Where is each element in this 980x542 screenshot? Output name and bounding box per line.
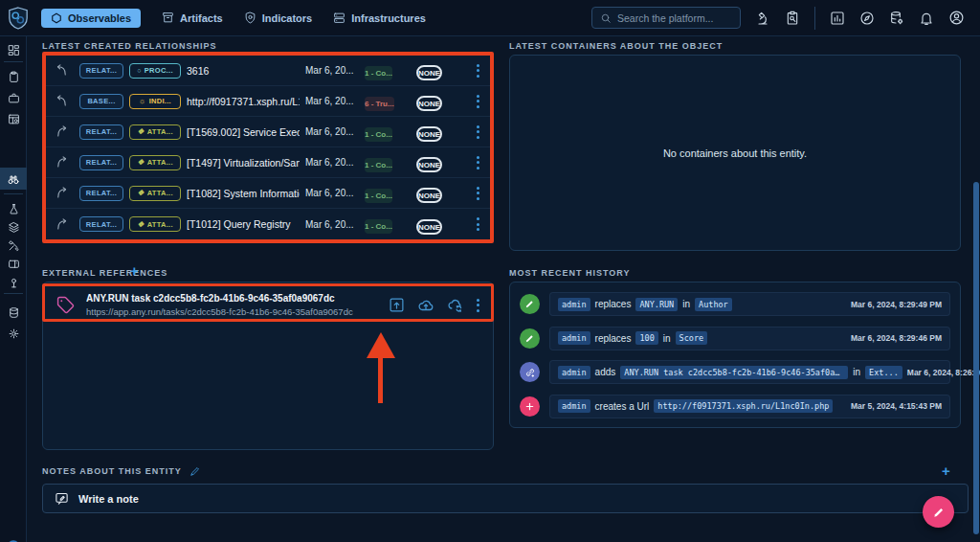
sidebar-item-events[interactable]	[0, 109, 27, 128]
external-references-card: ANY.RUN task c2dcc5b8-fc2b-41b6-9c46-35a…	[42, 282, 494, 450]
barchart-icon[interactable]	[830, 11, 845, 26]
sidebar-item-data[interactable]	[0, 303, 27, 322]
notes-header: NOTES ABOUT THIS ENTITY	[42, 465, 201, 477]
relationship-type-chip: RELAT...	[79, 63, 123, 79]
sidebar-item-techniques[interactable]	[0, 236, 27, 255]
marking-badge: NONE	[416, 65, 442, 80]
sidebar-item-observations[interactable]	[0, 169, 27, 189]
history-user-chip: admin	[558, 399, 590, 413]
tab-indicators[interactable]: Indicators	[244, 11, 313, 24]
confidence-badge: 1 - Co...	[365, 66, 392, 80]
marking-badge: NONE	[416, 157, 442, 172]
row-menu-dots-icon[interactable]	[472, 187, 483, 200]
history-card: admin replaces ANY.RUN in Author Mar 6, …	[509, 282, 961, 428]
external-references-title: EXTERNAL REFERENCES	[42, 268, 167, 278]
observations-binoculars-icon	[7, 172, 20, 186]
history-value-chip: ANY.RUN task c2dcc5b8-fc2b-41b6-9c46-35a…	[620, 366, 848, 379]
row-menu-dots-icon[interactable]	[472, 217, 483, 231]
opencti-shield-icon[interactable]	[8, 6, 29, 31]
compass-icon[interactable]	[859, 11, 875, 26]
tab-label: Indicators	[262, 12, 313, 24]
row-menu-dots-icon[interactable]	[472, 156, 483, 169]
history-row: admin creates a Url http://f0917371.xsph…	[520, 390, 950, 424]
edit-fab-button[interactable]	[923, 496, 954, 528]
arsenal-layers-icon	[8, 221, 20, 234]
attack-pattern-icon	[137, 220, 144, 229]
sidebar-item-locations[interactable]	[0, 273, 27, 292]
database-gear-icon[interactable]	[889, 11, 904, 26]
external-reference-row[interactable]: ANY.RUN task c2dcc5b8-fc2b-41b6-9c46-35a…	[43, 282, 493, 321]
sidebar-item-settings[interactable]	[0, 324, 27, 343]
sidebar-item-arsenal[interactable]	[0, 217, 27, 237]
relationship-date: Mar 6, 20...	[305, 126, 359, 137]
history-value-chip: 100	[635, 331, 657, 345]
sidebar-item-cases[interactable]	[0, 88, 27, 107]
history-value-chip: ANY.RUN	[635, 298, 678, 311]
tab-artifacts[interactable]: Artifacts	[162, 11, 223, 24]
relationship-arrow-icon	[49, 94, 74, 108]
relationship-row[interactable]: RELAT... ATTA... [T1497] Virtualization/…	[45, 147, 491, 178]
search-input[interactable]: Search the platform...	[591, 7, 741, 29]
relationship-name: [T1012] Query Registry	[187, 218, 300, 230]
shield-badge-icon	[244, 11, 256, 24]
open-in-app-icon[interactable]	[389, 297, 405, 313]
cloud-upload-icon[interactable]	[417, 297, 434, 314]
containers-empty-message: No containers about this entity.	[663, 147, 807, 159]
relationship-row[interactable]: BASE... INDI... http://f0917371.xsph.ru/…	[45, 86, 491, 117]
add-note-button[interactable]: +	[942, 465, 950, 477]
row-menu-dots-icon[interactable]	[472, 95, 483, 108]
relationship-date: Mar 6, 20...	[305, 65, 359, 76]
relationship-name: [T1569.002] Service Execution	[187, 126, 300, 138]
history-action: creates a Url	[595, 401, 650, 412]
confidence-badge: 1 - Co...	[365, 158, 392, 172]
vertical-scrollbar[interactable]	[973, 182, 979, 534]
containers-card: No containers about this entity.	[509, 55, 961, 251]
marking-badge: NONE	[416, 126, 442, 142]
reference-menu-dots-icon[interactable]	[477, 299, 479, 312]
settings-gear-icon	[8, 327, 20, 340]
history-field-chip: Score	[676, 331, 708, 345]
sidebar-item-dashboard[interactable]	[0, 40, 27, 59]
history-value-chip: http://f0917371.xsph.ru/L1nc0In.php	[654, 399, 833, 413]
history-conj: in	[853, 367, 860, 377]
sidebar-divider	[4, 61, 23, 62]
history-action: replaces	[595, 299, 632, 309]
add-external-reference-button[interactable]: +	[130, 265, 139, 277]
pencil-icon	[520, 294, 540, 314]
cloud-sync-icon[interactable]	[447, 297, 464, 314]
history-user-chip: admin	[558, 366, 590, 379]
bell-icon[interactable]	[919, 11, 934, 26]
history-message: admin replaces ANY.RUN in Author Mar 6, …	[549, 292, 950, 316]
note-input[interactable]: Write a note	[42, 484, 969, 513]
sidebar-item-threats[interactable]	[0, 199, 27, 218]
history-field-chip: Ext...	[865, 366, 902, 379]
topbar-divider	[814, 7, 815, 30]
clipboard-search-icon[interactable]	[785, 11, 800, 26]
sidebar-item-analyses[interactable]	[0, 67, 27, 86]
external-reference-title: ANY.RUN task c2dcc5b8-fc2b-41b6-9c46-35a…	[86, 293, 377, 304]
relationship-type-chip: RELAT...	[79, 186, 123, 201]
relationship-name: http://f0917371.xsph.ru/L1nc...	[187, 96, 300, 107]
note-icon	[55, 491, 69, 506]
confidence-badge: 1 - Co...	[365, 127, 392, 142]
relationship-row[interactable]: RELAT... ATTA... [T1012] Query Registry …	[45, 209, 491, 239]
relationship-row[interactable]: RELAT... ATTA... [T1569.002] Service Exe…	[45, 117, 491, 147]
note-placeholder: Write a note	[78, 493, 139, 505]
tab-infrastructures[interactable]: Infrastructures	[333, 11, 426, 24]
filigran-logo-icon[interactable]	[5, 538, 22, 542]
history-row: admin adds ANY.RUN task c2dcc5b8-fc2b-41…	[520, 355, 950, 390]
row-menu-dots-icon[interactable]	[472, 64, 483, 78]
history-row: admin replaces ANY.RUN in Author Mar 6, …	[520, 287, 950, 322]
history-action: adds	[595, 367, 616, 377]
pencil-icon	[520, 328, 540, 349]
relationship-row[interactable]: RELAT... ATTA... [T1082] System Informat…	[45, 178, 491, 209]
relationship-row[interactable]: RELAT... PROC... 3616 Mar 6, 20... 1 - C…	[45, 56, 491, 86]
sidebar-item-entities[interactable]	[0, 254, 27, 273]
edit-pencil-icon[interactable]	[189, 465, 201, 477]
microscope-icon[interactable]	[755, 11, 770, 26]
external-reference-url[interactable]: https://app.any.run/tasks/c2dcc5b8-fc2b-…	[86, 306, 377, 317]
account-icon[interactable]	[948, 10, 965, 26]
tab-observables[interactable]: Observables	[41, 9, 141, 28]
relationship-date: Mar 6, 20...	[305, 96, 359, 106]
row-menu-dots-icon[interactable]	[472, 125, 483, 139]
